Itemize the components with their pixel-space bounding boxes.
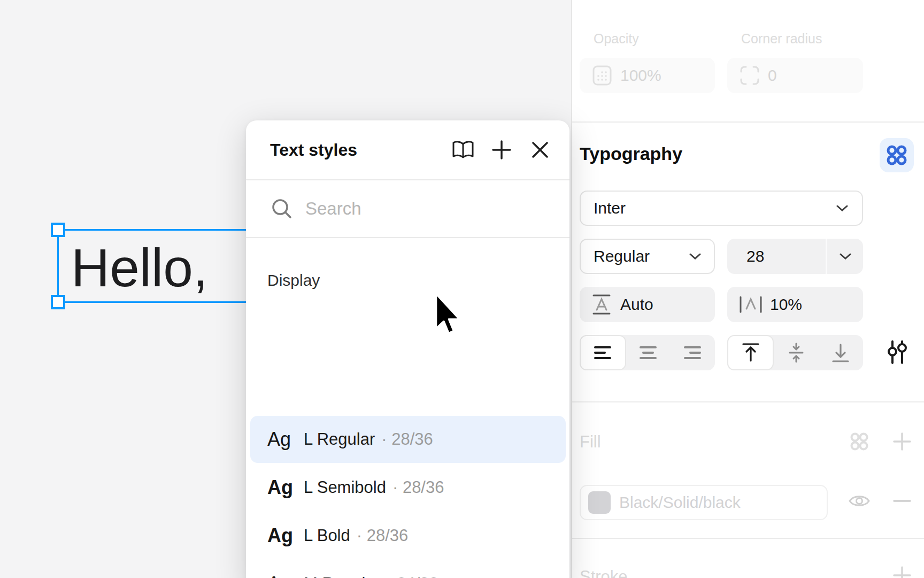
typography-section-title: Typography (580, 143, 682, 164)
align-right-button[interactable] (671, 335, 715, 370)
font-weight-select[interactable]: Regular (580, 239, 715, 274)
style-section-label: Display (267, 271, 320, 290)
valign-bottom-icon (831, 343, 850, 363)
style-item-l-bold[interactable]: Ag L Bold · 28/36 (250, 512, 566, 559)
style-preview: Ag (267, 524, 298, 547)
add-stroke-button[interactable] (892, 565, 912, 578)
apply-text-style-grid-button[interactable] (880, 138, 914, 172)
selection-handle-bottom-left[interactable] (51, 295, 65, 309)
valign-bottom-button[interactable] (819, 335, 863, 370)
corner-radius-value: 0 (768, 66, 777, 85)
letter-spacing-icon (739, 294, 763, 315)
valign-top-button[interactable] (727, 335, 774, 370)
style-meta: · 28/36 (357, 526, 409, 545)
sliders-icon (887, 340, 908, 364)
section-divider (572, 401, 924, 402)
opacity-input[interactable]: 100% (580, 58, 715, 93)
close-popup-button[interactable] (528, 138, 552, 162)
add-style-button[interactable] (490, 138, 513, 162)
style-name: M Regular (304, 574, 380, 578)
valign-middle-button[interactable] (774, 335, 818, 370)
canvas-text-layer[interactable]: Hello, (71, 237, 208, 299)
style-meta: · 24/32 (387, 574, 438, 578)
align-right-icon (683, 345, 703, 360)
font-family-value: Inter (594, 199, 626, 217)
align-left-button[interactable] (580, 335, 626, 370)
style-preview: Ag (267, 428, 298, 451)
line-height-input[interactable]: Auto (580, 287, 715, 322)
opacity-label: Opacity (594, 31, 639, 47)
properties-panel: Opacity Corner radius 100% 0 (571, 0, 924, 578)
letter-spacing-input[interactable]: 10% (727, 287, 863, 322)
font-size-stepper[interactable]: 28 (727, 239, 863, 274)
corner-radius-icon (739, 65, 760, 86)
fill-style-row[interactable]: Black/Solid/black (580, 485, 828, 520)
style-item-l-semibold[interactable]: Ag L Semibold · 28/36 (250, 464, 566, 511)
style-library-button[interactable] (451, 138, 475, 162)
fill-styles-button[interactable] (849, 431, 869, 452)
style-item-l-regular[interactable]: Ag L Regular · 28/36 (250, 416, 566, 463)
style-grid-icon (886, 144, 908, 166)
font-family-select[interactable]: Inter (580, 191, 863, 226)
remove-fill-button[interactable] (892, 492, 912, 509)
chevron-down-icon (689, 253, 701, 260)
popup-header: Text styles (246, 120, 569, 180)
align-center-button[interactable] (626, 335, 671, 370)
selection-handle-top-left[interactable] (51, 223, 65, 237)
section-divider (572, 121, 924, 123)
font-weight-value: Regular (594, 247, 650, 265)
book-icon (452, 140, 474, 159)
corner-radius-label: Corner radius (741, 31, 822, 47)
style-preview: Ag (267, 476, 298, 499)
stepper-divider (826, 239, 827, 274)
close-icon (531, 141, 549, 159)
vertical-align-control (727, 335, 863, 370)
text-styles-popup: Text styles (246, 120, 569, 578)
style-preview: Ag (267, 573, 298, 578)
search-placeholder: Search (305, 199, 361, 219)
style-name: L Bold (304, 526, 350, 545)
align-center-icon (638, 345, 659, 360)
eye-icon (848, 492, 871, 509)
minus-icon (892, 492, 912, 509)
mouse-cursor (434, 292, 465, 339)
text-align-control (580, 335, 715, 370)
align-left-icon (593, 345, 613, 360)
line-height-icon (591, 294, 612, 315)
style-meta: · 28/36 (381, 430, 433, 449)
line-height-value: Auto (620, 295, 653, 314)
opacity-value: 100% (620, 66, 661, 85)
corner-radius-input[interactable]: 0 (727, 58, 863, 93)
plus-icon (892, 565, 912, 578)
type-settings-button[interactable] (887, 340, 908, 364)
valign-middle-icon (787, 343, 805, 363)
style-meta: · 28/36 (392, 478, 444, 497)
fill-color-swatch[interactable] (588, 491, 611, 514)
chevron-down-icon[interactable] (840, 253, 851, 260)
plus-icon (892, 431, 912, 452)
style-name: L Regular (304, 430, 375, 449)
fill-visibility-button[interactable] (848, 492, 871, 509)
fill-style-grid-icon (849, 431, 869, 452)
popup-title: Text styles (270, 140, 357, 160)
style-search-field[interactable]: Search (246, 180, 569, 238)
fill-style-name: Black/Solid/black (619, 493, 741, 512)
fill-section-title: Fill (580, 432, 601, 452)
font-size-value: 28 (746, 247, 764, 265)
stroke-section-title: Stroke (580, 567, 628, 578)
chevron-down-icon (836, 205, 848, 212)
valign-top-icon (742, 343, 760, 363)
section-divider (572, 538, 924, 539)
style-item-m-regular[interactable]: Ag M Regular · 24/32 (250, 560, 566, 578)
letter-spacing-value: 10% (770, 295, 802, 314)
search-icon (246, 198, 292, 219)
plus-icon (491, 140, 512, 160)
add-fill-button[interactable] (892, 431, 912, 452)
opacity-icon (591, 65, 613, 86)
style-name: L Semibold (304, 478, 386, 497)
